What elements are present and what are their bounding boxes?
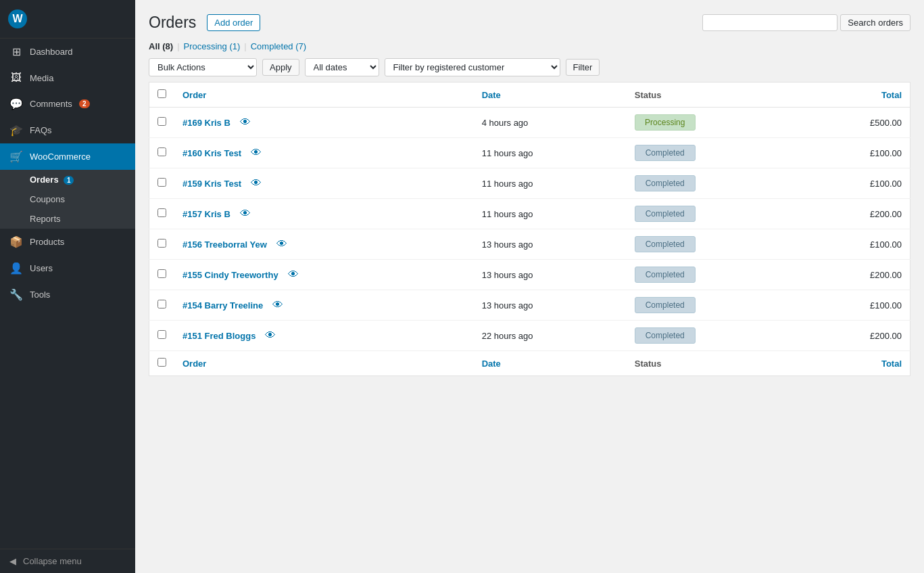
table-row: #160 Kris Test 👁 11 hours ago Completed … — [149, 138, 910, 168]
tab-processing[interactable]: Processing (1) — [184, 41, 241, 51]
view-icon[interactable]: 👁 — [265, 329, 276, 342]
add-order-button[interactable]: Add order — [207, 14, 260, 31]
search-orders-input[interactable] — [702, 14, 837, 31]
row-checkbox[interactable] — [157, 178, 166, 187]
sidebar-item-label: FAQs — [30, 125, 52, 135]
sidebar-item-faqs[interactable]: 🎓 FAQs — [0, 117, 135, 143]
tools-icon: 🔧 — [9, 288, 23, 301]
row-checkbox[interactable] — [157, 147, 166, 156]
row-checkbox[interactable] — [157, 239, 166, 248]
view-icon[interactable]: 👁 — [276, 238, 287, 250]
apply-button[interactable]: Apply — [262, 59, 299, 76]
row-total-cell: £100.00 — [801, 229, 910, 260]
sidebar-item-products[interactable]: 📦 Products — [0, 229, 135, 255]
tab-all[interactable]: All (8) — [149, 41, 173, 51]
sep-2: | — [244, 41, 246, 51]
toolbar: Bulk Actions Delete Mark processing Mark… — [149, 58, 910, 76]
sidebar-item-dashboard[interactable]: ⊞ Dashboard — [0, 39, 135, 65]
search-orders-button[interactable]: Search orders — [840, 14, 910, 31]
row-checkbox[interactable] — [157, 269, 166, 278]
view-icon[interactable]: 👁 — [288, 269, 299, 281]
filter-tabs: All (8) | Processing (1) | Completed (7) — [149, 41, 910, 51]
row-date-cell: 22 hours ago — [474, 321, 627, 351]
order-link[interactable]: #155 Cindy Treeworthy — [183, 270, 278, 280]
row-status-cell: Completed — [627, 199, 801, 229]
dates-select[interactable]: All dates — [305, 58, 379, 76]
order-link[interactable]: #160 Kris Test — [183, 148, 241, 158]
footer-date-col[interactable]: Date — [474, 351, 627, 376]
row-total-cell: £200.00 — [801, 321, 910, 351]
select-all-checkbox[interactable] — [157, 89, 166, 98]
sidebar-item-label: Users — [30, 263, 53, 273]
row-date-cell: 13 hours ago — [474, 229, 627, 260]
order-link[interactable]: #156 Treeborral Yew — [183, 239, 267, 250]
order-link[interactable]: #157 Kris B — [183, 209, 230, 219]
filter-button[interactable]: Filter — [566, 59, 600, 76]
header-total-col: Total — [801, 83, 910, 108]
order-link[interactable]: #169 Kris B — [183, 118, 230, 128]
sidebar-item-orders[interactable]: Orders 1 — [0, 170, 135, 189]
row-order-cell: #155 Cindy Treeworthy 👁 — [174, 260, 474, 290]
collapse-icon: ◀ — [9, 556, 16, 566]
status-badge: Completed — [635, 297, 696, 313]
sidebar-item-media[interactable]: 🖼 Media — [0, 65, 135, 91]
sidebar-item-label: Comments — [30, 99, 72, 109]
header-status-col: Status — [627, 83, 801, 108]
view-icon[interactable]: 👁 — [240, 116, 251, 129]
view-icon[interactable]: 👁 — [251, 147, 262, 159]
footer-order-col[interactable]: Order — [174, 351, 474, 376]
order-link[interactable]: #154 Barry Treeline — [183, 300, 263, 311]
row-checkbox[interactable] — [157, 208, 166, 217]
collapse-menu[interactable]: ◀ Collapse menu — [0, 549, 135, 573]
select-all-footer-checkbox[interactable] — [157, 358, 166, 367]
header-order-col[interactable]: Order — [174, 83, 474, 108]
sidebar-item-comments[interactable]: 💬 Comments 2 — [0, 91, 135, 117]
row-checkbox-cell — [149, 321, 175, 351]
footer-status-col: Status — [627, 351, 801, 376]
sidebar-item-woocommerce[interactable]: 🛒 WooCommerce — [0, 143, 135, 170]
sidebar-logo[interactable]: W — [0, 0, 135, 39]
sidebar-item-label: Tools — [30, 290, 50, 300]
row-total-cell: £100.00 — [801, 138, 910, 168]
comments-badge: 2 — [79, 99, 90, 108]
sidebar-item-label: Media — [30, 73, 53, 83]
row-checkbox-cell — [149, 260, 175, 290]
header-date-col[interactable]: Date — [474, 83, 627, 108]
row-checkbox[interactable] — [157, 300, 166, 308]
order-link[interactable]: #151 Fred Bloggs — [183, 331, 256, 341]
page-header: Orders Add order Search orders — [149, 14, 910, 32]
row-order-cell: #159 Kris Test 👁 — [174, 168, 474, 199]
row-total-cell: £100.00 — [801, 290, 910, 321]
sidebar-item-users[interactable]: 👤 Users — [0, 255, 135, 281]
main-area: Orders Add order Search orders All (8) |… — [135, 0, 924, 573]
sidebar-item-reports[interactable]: Reports — [0, 209, 135, 229]
sidebar-item-label: Products — [30, 237, 64, 247]
customer-filter-select[interactable]: Filter by registered customer — [385, 58, 560, 76]
sidebar-item-coupons[interactable]: Coupons — [0, 189, 135, 209]
view-icon[interactable]: 👁 — [272, 299, 283, 311]
table-row: #156 Treeborral Yew 👁 13 hours ago Compl… — [149, 229, 910, 260]
sidebar-item-tools[interactable]: 🔧 Tools — [0, 281, 135, 308]
bulk-actions-select[interactable]: Bulk Actions Delete Mark processing Mark… — [149, 58, 257, 76]
row-checkbox[interactable] — [157, 117, 166, 126]
wordpress-icon: W — [8, 9, 27, 28]
row-order-cell: #154 Barry Treeline 👁 — [174, 290, 474, 321]
row-total-cell: £100.00 — [801, 168, 910, 199]
sep-1: | — [177, 41, 179, 51]
tab-completed[interactable]: Completed (7) — [251, 41, 306, 51]
row-status-cell: Completed — [627, 229, 801, 260]
table-row: #151 Fred Bloggs 👁 22 hours ago Complete… — [149, 321, 910, 351]
row-checkbox-cell — [149, 229, 175, 260]
header-checkbox-col — [149, 83, 175, 108]
comments-icon: 💬 — [9, 97, 23, 110]
row-status-cell: Completed — [627, 290, 801, 321]
row-status-cell: Completed — [627, 168, 801, 199]
view-icon[interactable]: 👁 — [240, 208, 251, 220]
row-date-cell: 11 hours ago — [474, 138, 627, 168]
row-date-cell: 11 hours ago — [474, 199, 627, 229]
orders-table: Order Date Status Total — [149, 82, 910, 376]
order-link[interactable]: #159 Kris Test — [183, 179, 241, 189]
row-checkbox[interactable] — [157, 330, 166, 339]
status-badge: Processing — [635, 114, 696, 131]
view-icon[interactable]: 👁 — [251, 177, 262, 189]
